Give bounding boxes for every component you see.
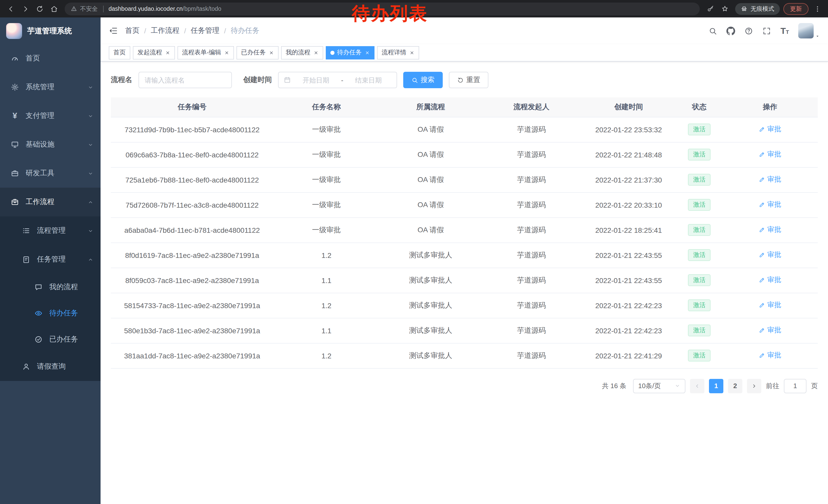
tab-done-tasks[interactable]: 已办任务	[237, 46, 279, 59]
created-time-cell: 2022-01-21 22:41:29	[581, 343, 676, 368]
tab-form-edit[interactable]: 流程表单-编辑	[177, 46, 234, 59]
edit-icon	[759, 201, 765, 208]
home-icon[interactable]	[47, 2, 60, 15]
action-cell: 审批	[722, 268, 818, 293]
approve-link[interactable]: 审批	[759, 276, 781, 285]
status-cell: 激活	[676, 117, 722, 142]
forward-icon[interactable]	[18, 2, 32, 15]
password-key-icon[interactable]	[704, 2, 717, 15]
status-badge: 激活	[688, 249, 710, 261]
browser-menu-icon[interactable]	[811, 2, 824, 15]
table-row: 75d72608-7b7f-11ec-a3c8-acde48001122一级审批…	[111, 192, 818, 217]
tab-close-icon[interactable]	[314, 50, 319, 55]
breadcrumb-item[interactable]: 工作流程	[151, 26, 179, 35]
edit-icon	[759, 327, 765, 333]
table-row: 73211d9d-7b9b-11ec-b5b7-acde48001122一级审批…	[111, 117, 818, 142]
user-menu[interactable]	[798, 23, 820, 39]
fullscreen-icon[interactable]	[762, 27, 771, 35]
approve-link[interactable]: 审批	[759, 150, 781, 159]
sidebar-item-label: 待办任务	[49, 308, 93, 318]
sidebar-item-leave-query[interactable]: 请假查询	[0, 352, 100, 381]
status-badge: 激活	[688, 224, 710, 236]
date-range-picker[interactable]: -	[278, 72, 397, 88]
initiator-cell: 芋道源码	[482, 117, 581, 142]
approve-link[interactable]: 审批	[759, 225, 781, 235]
search-icon[interactable]	[709, 27, 717, 35]
github-icon[interactable]	[727, 27, 735, 35]
page-size-select[interactable]: 10条/页	[633, 379, 686, 393]
logo-image	[6, 23, 22, 39]
tab-home[interactable]: 首页	[109, 46, 130, 59]
action-cell: 审批	[722, 217, 818, 242]
status-badge: 激活	[688, 124, 710, 135]
tab-close-icon[interactable]	[269, 50, 274, 55]
column-header: 任务名称	[274, 97, 379, 117]
address-bar[interactable]: 不安全 dashboard.yudao.iocoder.cn/bpm/task/…	[65, 2, 700, 15]
bookmark-star-icon[interactable]	[718, 2, 732, 15]
approve-link[interactable]: 审批	[759, 326, 781, 335]
textsize-icon[interactable]: TT	[781, 27, 789, 35]
next-page-button[interactable]	[747, 379, 761, 393]
status-badge: 激活	[688, 325, 710, 336]
breadcrumb-item[interactable]: 待办任务	[231, 26, 259, 35]
sidebar-item-done-tasks[interactable]: 已办任务	[0, 326, 100, 352]
back-icon[interactable]	[4, 2, 17, 15]
sidebar-item-task-mgmt[interactable]: 任务管理	[0, 245, 100, 274]
goto-page-input[interactable]	[784, 379, 806, 393]
sidebar-item-process-mgmt[interactable]: 流程管理	[0, 216, 100, 245]
prev-page-button[interactable]	[690, 379, 704, 393]
update-button[interactable]: 更新	[783, 3, 809, 15]
header-icon-group: TT	[709, 27, 789, 35]
breadcrumb-item[interactable]: 首页	[125, 26, 139, 35]
status-badge: 激活	[688, 274, 710, 286]
approve-link[interactable]: 审批	[759, 200, 781, 210]
page-button-1[interactable]: 1	[709, 379, 723, 393]
sidebar-item-devtools[interactable]: 研发工具	[0, 159, 100, 188]
approve-label: 审批	[767, 351, 781, 360]
reset-button[interactable]: 重置	[449, 72, 488, 88]
pagination: 共 16 条 10条/页 12 前往 页	[111, 379, 818, 403]
tab-close-icon[interactable]	[224, 50, 229, 55]
tab-close-icon[interactable]	[165, 50, 170, 55]
status-cell: 激活	[676, 293, 722, 318]
question-icon[interactable]	[745, 27, 753, 35]
hamburger-icon[interactable]	[109, 26, 118, 35]
approve-label: 审批	[767, 175, 781, 184]
tab-close-icon[interactable]	[409, 50, 415, 55]
tab-my-process[interactable]: 我的流程	[281, 46, 323, 59]
search-button[interactable]: 搜索	[403, 72, 443, 88]
tab-start-process[interactable]: 发起流程	[133, 46, 175, 59]
table-row: 580e1b3d-7ac8-11ec-a9e2-a2380e71991a1.1测…	[111, 318, 818, 343]
app-logo[interactable]: 芋道管理系统	[0, 17, 100, 44]
sidebar-item-workflow[interactable]: 工作流程	[0, 188, 100, 216]
approve-link[interactable]: 审批	[759, 351, 781, 360]
approve-link[interactable]: 审批	[759, 175, 781, 184]
breadcrumb-item[interactable]: 任务管理	[191, 26, 219, 35]
tasks-table: 任务编号任务名称所属流程流程发起人创建时间状态操作 73211d9d-7b9b-…	[111, 97, 818, 368]
app-header: 首页/工作流程/任务管理/待办任务 TT	[100, 17, 828, 44]
tab-todo-tasks[interactable]: 待办任务	[326, 46, 374, 59]
page-button-2[interactable]: 2	[728, 379, 742, 393]
status-cell: 激活	[676, 242, 722, 268]
refresh-icon[interactable]	[33, 2, 46, 15]
end-date-input[interactable]	[345, 76, 391, 84]
tab-close-icon[interactable]	[365, 50, 370, 55]
approve-link[interactable]: 审批	[759, 250, 781, 260]
initiator-cell: 芋道源码	[482, 343, 581, 368]
sidebar-item-my-process[interactable]: 我的流程	[0, 274, 100, 300]
sidebar-item-payment[interactable]: ¥支付管理	[0, 101, 100, 130]
initiator-cell: 芋道源码	[482, 242, 581, 268]
sidebar-item-infra[interactable]: 基础设施	[0, 130, 100, 159]
process-name-input[interactable]	[138, 72, 232, 88]
start-date-input[interactable]	[293, 76, 339, 84]
sidebar-item-todo-tasks[interactable]: 待办任务	[0, 300, 100, 326]
status-badge: 激活	[688, 174, 710, 186]
tab-label: 已办任务	[241, 48, 266, 57]
approve-link[interactable]: 审批	[759, 125, 781, 134]
sidebar-item-home[interactable]: 首页	[0, 44, 100, 73]
user-avatar[interactable]	[798, 23, 814, 39]
sidebar-item-system[interactable]: 系统管理	[0, 73, 100, 101]
approve-link[interactable]: 审批	[759, 301, 781, 310]
tab-process-detail[interactable]: 流程详情	[377, 46, 419, 59]
eye-icon	[34, 309, 43, 317]
